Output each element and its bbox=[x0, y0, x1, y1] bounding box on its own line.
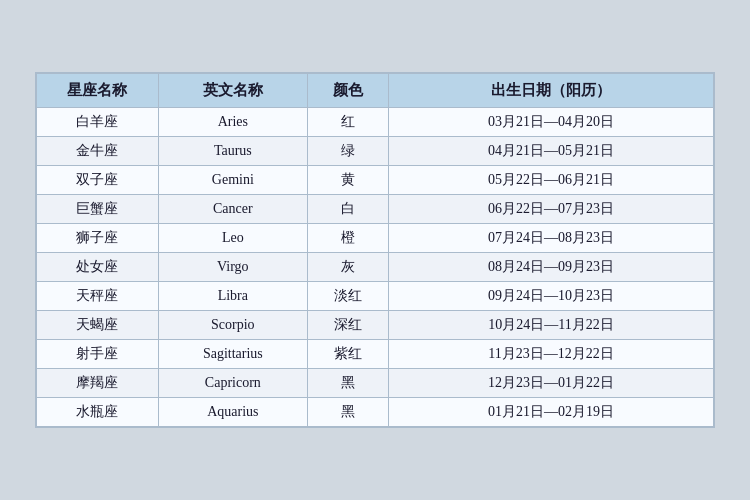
table-row: 水瓶座Aquarius黑01月21日—02月19日 bbox=[37, 398, 714, 427]
header-color: 颜色 bbox=[307, 74, 388, 108]
cell-cn: 处女座 bbox=[37, 253, 159, 282]
cell-en: Scorpio bbox=[158, 311, 307, 340]
cell-date: 04月21日—05月21日 bbox=[389, 137, 714, 166]
cell-en: Aquarius bbox=[158, 398, 307, 427]
cell-date: 09月24日—10月23日 bbox=[389, 282, 714, 311]
cell-en: Virgo bbox=[158, 253, 307, 282]
table-row: 白羊座Aries红03月21日—04月20日 bbox=[37, 108, 714, 137]
cell-en: Cancer bbox=[158, 195, 307, 224]
table-row: 双子座Gemini黄05月22日—06月21日 bbox=[37, 166, 714, 195]
cell-cn: 射手座 bbox=[37, 340, 159, 369]
header-cn: 星座名称 bbox=[37, 74, 159, 108]
cell-cn: 金牛座 bbox=[37, 137, 159, 166]
cell-cn: 水瓶座 bbox=[37, 398, 159, 427]
table-header-row: 星座名称 英文名称 颜色 出生日期（阳历） bbox=[37, 74, 714, 108]
cell-date: 01月21日—02月19日 bbox=[389, 398, 714, 427]
table-row: 金牛座Taurus绿04月21日—05月21日 bbox=[37, 137, 714, 166]
cell-color: 红 bbox=[307, 108, 388, 137]
table-row: 射手座Sagittarius紫红11月23日—12月22日 bbox=[37, 340, 714, 369]
cell-en: Taurus bbox=[158, 137, 307, 166]
cell-color: 绿 bbox=[307, 137, 388, 166]
table-row: 天秤座Libra淡红09月24日—10月23日 bbox=[37, 282, 714, 311]
cell-color: 白 bbox=[307, 195, 388, 224]
table-row: 狮子座Leo橙07月24日—08月23日 bbox=[37, 224, 714, 253]
cell-date: 12月23日—01月22日 bbox=[389, 369, 714, 398]
cell-cn: 天蝎座 bbox=[37, 311, 159, 340]
cell-color: 黄 bbox=[307, 166, 388, 195]
cell-date: 11月23日—12月22日 bbox=[389, 340, 714, 369]
cell-date: 06月22日—07月23日 bbox=[389, 195, 714, 224]
table-row: 摩羯座Capricorn黑12月23日—01月22日 bbox=[37, 369, 714, 398]
header-en: 英文名称 bbox=[158, 74, 307, 108]
cell-color: 深红 bbox=[307, 311, 388, 340]
cell-cn: 双子座 bbox=[37, 166, 159, 195]
cell-en: Leo bbox=[158, 224, 307, 253]
cell-en: Gemini bbox=[158, 166, 307, 195]
cell-date: 03月21日—04月20日 bbox=[389, 108, 714, 137]
cell-color: 橙 bbox=[307, 224, 388, 253]
cell-date: 07月24日—08月23日 bbox=[389, 224, 714, 253]
cell-cn: 摩羯座 bbox=[37, 369, 159, 398]
cell-date: 10月24日—11月22日 bbox=[389, 311, 714, 340]
cell-color: 黑 bbox=[307, 369, 388, 398]
cell-color: 灰 bbox=[307, 253, 388, 282]
header-date: 出生日期（阳历） bbox=[389, 74, 714, 108]
cell-cn: 天秤座 bbox=[37, 282, 159, 311]
cell-cn: 狮子座 bbox=[37, 224, 159, 253]
zodiac-table: 星座名称 英文名称 颜色 出生日期（阳历） 白羊座Aries红03月21日—04… bbox=[35, 72, 715, 428]
table-row: 巨蟹座Cancer白06月22日—07月23日 bbox=[37, 195, 714, 224]
cell-date: 08月24日—09月23日 bbox=[389, 253, 714, 282]
cell-color: 紫红 bbox=[307, 340, 388, 369]
cell-en: Sagittarius bbox=[158, 340, 307, 369]
table-row: 天蝎座Scorpio深红10月24日—11月22日 bbox=[37, 311, 714, 340]
cell-cn: 巨蟹座 bbox=[37, 195, 159, 224]
cell-en: Capricorn bbox=[158, 369, 307, 398]
cell-color: 黑 bbox=[307, 398, 388, 427]
cell-en: Libra bbox=[158, 282, 307, 311]
table-row: 处女座Virgo灰08月24日—09月23日 bbox=[37, 253, 714, 282]
cell-date: 05月22日—06月21日 bbox=[389, 166, 714, 195]
cell-color: 淡红 bbox=[307, 282, 388, 311]
cell-cn: 白羊座 bbox=[37, 108, 159, 137]
cell-en: Aries bbox=[158, 108, 307, 137]
